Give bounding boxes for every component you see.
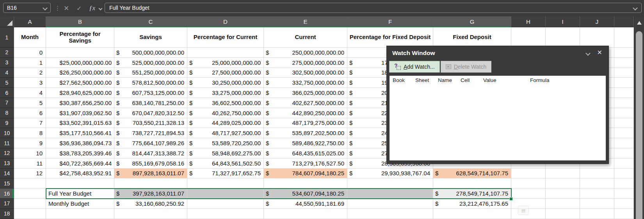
cell-D12[interactable]: $58,948,692,275.00 xyxy=(187,148,264,158)
cell-E9[interactable]: $487,179,275,000.00 xyxy=(264,118,347,128)
cell-B8[interactable]: $31,907,039,062.50 xyxy=(46,108,114,118)
cell-K4[interactable] xyxy=(614,68,634,78)
cell-B18[interactable] xyxy=(46,209,114,219)
watch-column-value[interactable]: Value xyxy=(483,77,496,83)
cell-D16[interactable] xyxy=(187,189,264,199)
cell-B4[interactable]: $26,250,000,000.00 xyxy=(46,68,114,78)
row-header-18[interactable]: 18 xyxy=(0,209,14,219)
row-header-14[interactable]: 14 xyxy=(0,169,14,179)
row-header-15[interactable]: 15 xyxy=(0,178,14,189)
cell-A15[interactable] xyxy=(14,178,46,189)
cell-F15[interactable] xyxy=(347,178,433,189)
cell-K1[interactable] xyxy=(614,27,634,48)
cell-K8[interactable] xyxy=(614,108,634,118)
row-header-9[interactable]: 9 xyxy=(0,118,14,128)
cell-J16[interactable] xyxy=(580,189,614,199)
cell-E2[interactable]: $250,000,000,000.00 xyxy=(264,48,347,58)
watch-window-close-icon[interactable]: ✕ xyxy=(597,49,602,56)
cell-K15[interactable] xyxy=(614,178,634,189)
cell-B11[interactable]: $36,936,386,094.73 xyxy=(46,138,114,148)
insert-function-icon[interactable]: ƒx xyxy=(89,0,95,16)
cell-G17[interactable]: $23,212,476,175.65 xyxy=(433,199,511,209)
cell-E14[interactable]: $784,607,094,180.25 xyxy=(264,169,347,179)
watch-column-book[interactable]: Book xyxy=(393,77,405,83)
cell-A17[interactable] xyxy=(14,199,46,209)
cell-A3[interactable]: 1 xyxy=(14,58,46,68)
cell-B3[interactable]: $25,000,000,000.00 xyxy=(46,58,114,68)
cell-A4[interactable]: 2 xyxy=(14,68,46,78)
delete-watch-button[interactable]: ✕ Delete Watch xyxy=(441,61,492,73)
cell-F14[interactable]: $29,930,938,767.04 xyxy=(347,169,433,179)
cell-G18[interactable] xyxy=(433,209,511,219)
enter-icon[interactable]: ✓ xyxy=(76,0,82,16)
select-all-corner[interactable] xyxy=(0,16,14,27)
cell-I15[interactable] xyxy=(546,178,580,189)
cell-A18[interactable] xyxy=(14,209,46,219)
watch-column-cell[interactable]: Cell xyxy=(461,77,470,83)
cell-C9[interactable]: $703,550,211,328.13 xyxy=(114,118,187,128)
cell-K2[interactable] xyxy=(614,48,634,58)
cell-A11[interactable]: 9 xyxy=(14,138,46,148)
watch-column-name[interactable]: Name xyxy=(438,77,452,83)
cell-J14[interactable] xyxy=(580,169,614,179)
cell-C7[interactable]: $638,140,781,250.00 xyxy=(114,98,187,108)
cell-B1[interactable]: Percentage for Savings xyxy=(46,27,114,48)
cell-A2[interactable]: 0 xyxy=(14,48,46,58)
cell-J15[interactable] xyxy=(580,178,614,189)
cell-E5[interactable]: $332,750,000,000.00 xyxy=(264,78,347,88)
cell-B12[interactable]: $38,783,205,399.46 xyxy=(46,148,114,158)
cell-E12[interactable]: $648,435,615,025.00 xyxy=(264,148,347,158)
cell-G14[interactable]: $628,549,714,107.75 xyxy=(433,169,511,179)
cell-C10[interactable]: $738,727,721,894.53 xyxy=(114,128,187,138)
cell-C13[interactable]: $855,169,679,058.16 xyxy=(114,158,187,169)
row-header-10[interactable]: 10 xyxy=(0,128,14,138)
cell-A6[interactable]: 4 xyxy=(14,88,46,98)
cell-D2[interactable] xyxy=(187,48,264,58)
cell-D3[interactable]: $25,000,000,000.00 xyxy=(187,58,264,68)
cell-C2[interactable]: $500,000,000,000.00 xyxy=(114,48,187,58)
cell-A9[interactable]: 7 xyxy=(14,118,46,128)
cell-K11[interactable] xyxy=(614,138,634,148)
cell-C1[interactable]: Savings xyxy=(114,27,187,48)
cell-A16[interactable] xyxy=(14,189,46,199)
column-header-J[interactable]: J xyxy=(580,16,614,27)
cell-F16[interactable] xyxy=(347,189,433,199)
cell-C18[interactable] xyxy=(114,209,187,219)
cell-K10[interactable] xyxy=(614,128,634,138)
cell-D14[interactable]: $71,327,917,652.75 xyxy=(187,169,264,179)
scroll-up-button[interactable] xyxy=(634,16,644,29)
cell-E16[interactable]: $534,607,094,180.25 xyxy=(264,189,347,199)
cell-C12[interactable]: $814,447,313,388.72 xyxy=(114,148,187,158)
row-header-1[interactable]: 1 xyxy=(0,27,14,48)
cell-D4[interactable]: $27,500,000,000.00 xyxy=(187,68,264,78)
cell-C4[interactable]: $551,250,000,000.00 xyxy=(114,68,187,78)
watch-window-collapse-icon[interactable] xyxy=(584,50,591,56)
cell-E10[interactable]: $535,897,202,500.00 xyxy=(264,128,347,138)
cell-D13[interactable]: $64,843,561,502.50 xyxy=(187,158,264,169)
cell-A7[interactable]: 5 xyxy=(14,98,46,108)
watch-column-sheet[interactable]: Sheet xyxy=(415,77,429,83)
cell-J1[interactable] xyxy=(580,27,614,48)
cell-D15[interactable] xyxy=(187,178,264,189)
cell-B14[interactable]: $42,758,483,952.91 xyxy=(46,169,114,179)
cell-E13[interactable]: $713,279,176,527.50 xyxy=(264,158,347,169)
cell-B10[interactable]: $35,177,510,566.41 xyxy=(46,128,114,138)
cell-K14[interactable] xyxy=(614,169,634,179)
cell-I16[interactable] xyxy=(546,189,580,199)
cell-E3[interactable]: $275,000,000,000.00 xyxy=(264,58,347,68)
cell-E15[interactable] xyxy=(264,178,347,189)
fill-handle[interactable] xyxy=(509,197,513,201)
column-header-B[interactable]: B xyxy=(46,16,114,27)
cell-A14[interactable]: 12 xyxy=(14,169,46,179)
row-header-17[interactable]: 17 xyxy=(0,199,14,209)
cell-H1[interactable] xyxy=(511,27,546,48)
cell-C6[interactable]: $607,753,125,000.00 xyxy=(114,88,187,98)
cell-E8[interactable]: $442,890,250,000.00 xyxy=(264,108,347,118)
add-watch-button[interactable]: ? Add Watch... xyxy=(389,61,440,73)
cell-B16[interactable]: Full Year Budget xyxy=(46,189,114,199)
row-header-13[interactable]: 13 xyxy=(0,158,14,169)
cell-G15[interactable] xyxy=(433,178,511,189)
row-header-7[interactable]: 7 xyxy=(0,98,14,108)
cell-I17[interactable] xyxy=(546,199,580,209)
cell-K17[interactable] xyxy=(614,199,634,209)
